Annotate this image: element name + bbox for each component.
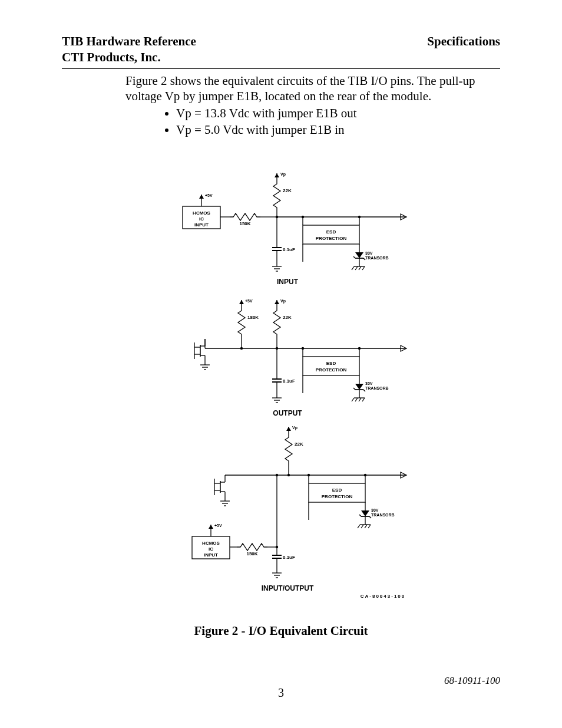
svg-text:INPUT: INPUT (204, 552, 218, 558)
svg-text:PROTECTION: PROTECTION (322, 494, 353, 499)
svg-text:22K: 22K (283, 315, 292, 320)
svg-text:0.1uF: 0.1uF (283, 378, 295, 384)
header-left-2: CTI Products, Inc. (62, 50, 500, 65)
svg-text:INPUT/OUTPUT: INPUT/OUTPUT (262, 584, 314, 592)
svg-text:0.1uF: 0.1uF (283, 247, 295, 252)
svg-text:INPUT: INPUT (277, 278, 299, 286)
svg-text:CA-80043-100: CA-80043-100 (361, 594, 405, 599)
svg-text:HCMOS: HCMOS (202, 541, 220, 546)
header-rule (62, 68, 500, 69)
svg-text:Vp: Vp (280, 172, 286, 177)
svg-text:IC: IC (199, 216, 204, 222)
svg-text:INPUT: INPUT (194, 222, 209, 228)
svg-text:HCMOS: HCMOS (193, 210, 210, 216)
svg-text:150K: 150K (246, 551, 257, 556)
svg-text:0.1uF: 0.1uF (283, 555, 295, 560)
svg-text:ESD: ESD (326, 229, 336, 235)
intro-bullet-1: Vp = 13.8 Vdc with jumper E1B out (176, 106, 500, 121)
svg-text:IC: IC (209, 546, 213, 552)
svg-text:150K: 150K (239, 221, 250, 226)
svg-text:Vp: Vp (280, 299, 286, 304)
svg-text:30V: 30V (365, 251, 373, 255)
header-left-1: TIB Hardware Reference (62, 34, 196, 49)
svg-text:TRANSORB: TRANSORB (371, 513, 395, 517)
svg-text:+5V: +5V (245, 299, 253, 303)
svg-text:22K: 22K (295, 442, 303, 447)
svg-text:TRANSORB: TRANSORB (365, 256, 389, 260)
svg-text:+5V: +5V (205, 193, 213, 197)
figure-caption: Figure 2 - I/O Equivalent Circuit (62, 624, 500, 638)
header-right: Specifications (427, 34, 500, 49)
svg-text:TRANSORB: TRANSORB (365, 386, 389, 390)
svg-text:22K: 22K (283, 188, 292, 193)
svg-text:PROTECTION: PROTECTION (316, 236, 347, 241)
figure-diagram: Vp 22K ESD PROTECTION 30V (159, 170, 425, 606)
footer-docnum: 68-10911-100 (444, 675, 500, 687)
intro-bullet-2: Vp = 5.0 Vdc with jumper E1B in (176, 123, 500, 138)
svg-text:ESD: ESD (326, 361, 336, 366)
footer-pagenum: 3 (0, 686, 562, 700)
svg-text:30V: 30V (371, 508, 379, 512)
svg-text:180K: 180K (247, 315, 259, 320)
svg-text:PROTECTION: PROTECTION (316, 367, 347, 373)
svg-text:+5V: +5V (214, 523, 222, 528)
intro-paragraph: Figure 2 shows the equivalent circuits o… (125, 74, 500, 104)
svg-text:Vp: Vp (292, 426, 297, 430)
svg-text:ESD: ESD (332, 487, 342, 493)
svg-text:30V: 30V (365, 381, 373, 386)
svg-text:OUTPUT: OUTPUT (273, 409, 302, 417)
